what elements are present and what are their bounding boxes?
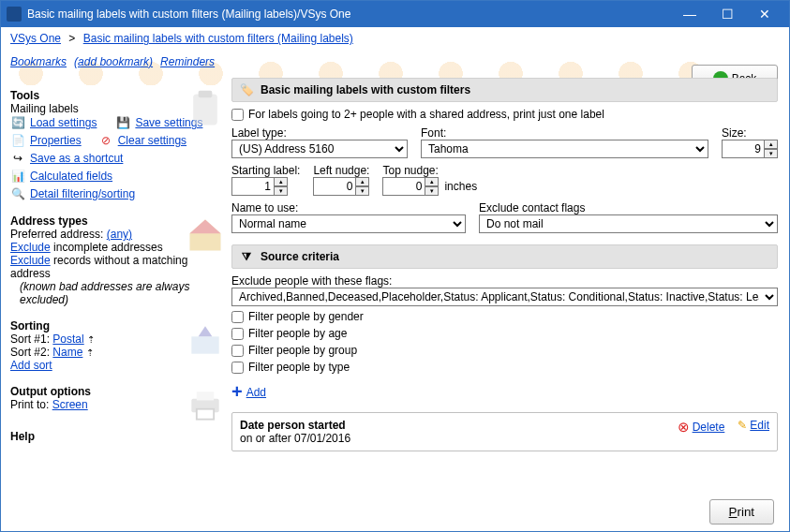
filter-age-checkbox[interactable] xyxy=(231,328,244,340)
svg-rect-2 xyxy=(191,336,218,353)
criteria-title: Date person started xyxy=(240,419,678,432)
size-label: Size: xyxy=(722,126,778,140)
sort2-label: Sort #2: xyxy=(10,346,52,359)
calc-icon: 📊 xyxy=(10,169,25,184)
size-down[interactable]: ▾ xyxy=(765,149,778,158)
starting-label-input[interactable] xyxy=(231,177,275,196)
print-to-value[interactable]: Screen xyxy=(52,398,88,411)
help-heading[interactable]: Help xyxy=(10,430,222,443)
top-nudge-input[interactable] xyxy=(382,177,425,196)
label-type-label: Label type: xyxy=(231,126,408,140)
reminders-link[interactable]: Reminders xyxy=(160,55,215,68)
exclude-flags-label: Exclude contact flags xyxy=(479,201,778,214)
nudge-unit-label: inches xyxy=(444,180,477,193)
start-up[interactable]: ▴ xyxy=(275,177,288,186)
exclude-nomatch-row: Exclude records without a matching addre… xyxy=(10,254,222,280)
printer-icon xyxy=(185,385,226,426)
filter-age-label: Filter people by age xyxy=(248,327,347,340)
close-button[interactable]: ✕ xyxy=(746,3,783,25)
topn-up[interactable]: ▴ xyxy=(425,177,439,186)
pref-addr-label: Preferred address: xyxy=(10,228,103,241)
sort1-label: Sort #1: xyxy=(10,332,52,346)
leftn-up[interactable]: ▴ xyxy=(356,177,369,186)
svg-rect-1 xyxy=(199,91,213,97)
title-bar: Basic mailing labels with custom filters… xyxy=(1,1,789,27)
maximize-button[interactable]: ☐ xyxy=(708,3,746,25)
size-spinner[interactable]: ▴▾ xyxy=(722,140,778,158)
footer: Print xyxy=(1,492,789,531)
filter-icon: 🔍 xyxy=(10,186,25,201)
edit-icon: ✎ xyxy=(738,419,747,432)
size-up[interactable]: ▴ xyxy=(765,140,778,149)
load-icon: 🔄 xyxy=(10,115,25,130)
starting-label-label: Starting label: xyxy=(231,164,300,177)
pref-addr-value[interactable]: (any) xyxy=(107,228,132,241)
shortcut-icon: ↪ xyxy=(10,151,25,166)
main-header: 🏷️ Basic mailing labels with custom filt… xyxy=(231,78,778,102)
print-button[interactable]: Print xyxy=(709,499,774,525)
calculated-fields-link[interactable]: Calculated fields xyxy=(30,170,112,183)
minimize-button[interactable]: — xyxy=(671,3,708,25)
size-input[interactable] xyxy=(722,140,765,158)
detail-filtering-link[interactable]: Detail filtering/sorting xyxy=(30,187,135,200)
start-down[interactable]: ▾ xyxy=(275,186,288,196)
sort1-value[interactable]: Postal xyxy=(52,332,83,346)
exclude-people-label: Exclude people with these flags: xyxy=(231,274,778,288)
top-nudge-spinner[interactable]: ▴▾ xyxy=(382,177,439,196)
save-shortcut-link[interactable]: Save as a shortcut xyxy=(30,152,123,165)
breadcrumb-current[interactable]: Basic mailing labels with custom filters… xyxy=(83,32,353,45)
load-settings-link[interactable]: Load settings xyxy=(30,116,97,129)
shared-address-checkbox[interactable] xyxy=(231,109,244,121)
delete-criteria-link[interactable]: Delete xyxy=(693,421,725,434)
exclude-nomatch-link[interactable]: Exclude xyxy=(10,254,51,267)
left-nudge-input[interactable] xyxy=(313,177,356,196)
topn-down[interactable]: ▾ xyxy=(425,186,439,196)
bad-address-note: (known bad addresses are always excluded… xyxy=(10,280,222,306)
criteria-detail: on or after 07/01/2016 xyxy=(240,432,678,445)
sort2-value[interactable]: Name xyxy=(52,346,82,359)
add-criteria-link[interactable]: Add xyxy=(246,386,266,399)
name-to-use-select[interactable]: Normal name xyxy=(231,214,466,233)
source-header-title: Source criteria xyxy=(261,250,339,263)
top-nudge-label: Top nudge: xyxy=(382,164,477,177)
leftn-down[interactable]: ▾ xyxy=(356,186,369,196)
add-sort-link[interactable]: Add sort xyxy=(10,359,52,372)
clear-icon: ⊘ xyxy=(98,133,113,148)
print-button-rest: rint xyxy=(737,505,754,519)
filter-type-checkbox[interactable] xyxy=(231,362,244,374)
exclude-people-select[interactable]: Archived,Banned,Deceased,Placeholder,Sta… xyxy=(231,288,778,306)
label-type-select[interactable]: (US) Address 5160 xyxy=(231,140,408,158)
main-header-title: Basic mailing labels with custom filters xyxy=(261,83,470,96)
app-icon xyxy=(7,7,22,22)
add-criteria-row[interactable]: + Add xyxy=(231,381,778,403)
bookmarks-bar: Bookmarks (add bookmark) Reminders xyxy=(1,50,789,74)
properties-link[interactable]: Properties xyxy=(30,134,82,147)
bookmarks-link[interactable]: Bookmarks xyxy=(10,55,67,68)
plus-icon: + xyxy=(231,381,243,403)
breadcrumb: VSys One > Basic mailing labels with cus… xyxy=(1,27,789,50)
window-title: Basic mailing labels with custom filters… xyxy=(27,7,671,21)
clear-settings-link[interactable]: Clear settings xyxy=(118,134,186,147)
font-select[interactable]: Tahoma xyxy=(421,140,708,158)
main-panel: 🏷️ Basic mailing labels with custom filt… xyxy=(228,74,789,492)
clipboard-icon xyxy=(185,89,226,130)
filter-group-label: Filter people by group xyxy=(248,344,357,357)
exclude-incomplete-link[interactable]: Exclude xyxy=(10,241,51,254)
filter-gender-checkbox[interactable] xyxy=(231,311,244,323)
breadcrumb-root[interactable]: VSys One xyxy=(10,32,61,45)
svg-rect-5 xyxy=(197,409,214,420)
sorting-icon xyxy=(185,319,226,361)
filter-group-checkbox[interactable] xyxy=(231,345,244,357)
starting-label-spinner[interactable]: ▴▾ xyxy=(231,177,300,196)
properties-icon: 📄 xyxy=(10,133,25,148)
left-nudge-spinner[interactable]: ▴▾ xyxy=(313,177,369,196)
source-header: ⧩ Source criteria xyxy=(231,244,778,269)
sort1-dir-icon[interactable] xyxy=(87,332,95,346)
edit-criteria-link[interactable]: Edit xyxy=(750,419,769,432)
exclude-flags-select[interactable]: Do not mail xyxy=(479,214,778,233)
left-nudge-label: Left nudge: xyxy=(313,164,369,177)
add-bookmark-link[interactable]: (add bookmark) xyxy=(74,55,153,68)
content-area: VSys One > Basic mailing labels with cus… xyxy=(1,27,789,531)
house-icon xyxy=(185,214,226,256)
sort2-dir-icon[interactable] xyxy=(86,346,94,359)
